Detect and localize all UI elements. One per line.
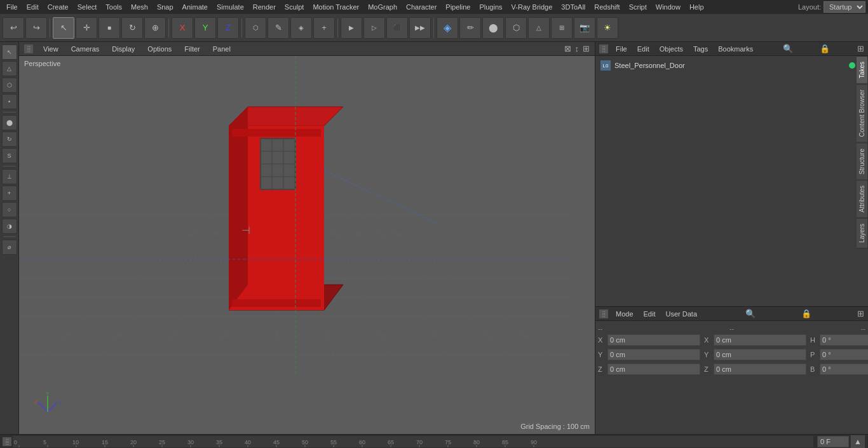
viewport-grip[interactable]: ⣿ xyxy=(24,44,33,53)
render-active-button[interactable]: ⬛ xyxy=(386,17,408,39)
menu-redshift[interactable]: Redshift xyxy=(590,2,623,12)
tab-layers[interactable]: Layers xyxy=(857,218,868,248)
layout-select[interactable]: Startup xyxy=(824,1,865,13)
scale-tool-button[interactable]: ■ xyxy=(98,17,120,39)
transform-tool-button[interactable]: ⊕ xyxy=(144,17,166,39)
objects-search-icon[interactable]: 🔍 xyxy=(783,44,793,53)
menu-help[interactable]: Help xyxy=(686,2,708,12)
z-pos-input[interactable] xyxy=(607,363,700,375)
viewport-menu-display[interactable]: Display xyxy=(109,44,137,54)
object-select-btn[interactable]: ↖ xyxy=(2,44,17,60)
attr-grip[interactable]: ⣿ xyxy=(599,309,608,318)
viewport-menu-cameras[interactable]: Cameras xyxy=(69,44,102,54)
menu-sculpt[interactable]: Sculpt xyxy=(281,2,308,12)
attr-lock-icon[interactable]: 🔒 xyxy=(801,309,811,318)
viewport-menu-filter[interactable]: Filter xyxy=(182,44,202,54)
objects-lock-icon[interactable]: 🔒 xyxy=(820,44,830,53)
object-row-door[interactable]: L0 Steel_Personnel_Door xyxy=(598,58,865,72)
render-all-button[interactable]: ▶▶ xyxy=(409,17,431,39)
attr-expand-icon[interactable]: ⊞ xyxy=(857,309,864,318)
viewport[interactable]: ⣿ View Cameras Display Options Filter Pa… xyxy=(19,42,595,434)
select-tool-button[interactable]: ↖ xyxy=(53,17,74,39)
tweak-mode-btn[interactable]: ⬤ xyxy=(2,115,17,130)
b-input[interactable] xyxy=(820,363,868,375)
tab-attributes[interactable]: Attributes xyxy=(857,180,868,218)
polygon-button[interactable]: △ xyxy=(528,17,550,39)
timeline-grip[interactable]: ⣿ xyxy=(3,437,11,446)
uv-btn[interactable]: S xyxy=(2,148,17,163)
menu-plugins[interactable]: Plugins xyxy=(475,2,506,12)
undo-button[interactable]: ↩ xyxy=(3,17,24,39)
menu-vray[interactable]: V-Ray Bridge xyxy=(508,2,557,12)
attr-menu-mode[interactable]: Mode xyxy=(613,309,636,319)
move-tool-button[interactable]: ✛ xyxy=(76,17,97,39)
viewport-menu-view[interactable]: View xyxy=(41,44,61,54)
viewport-canvas[interactable]: ⊣ Perspective Grid Spacing : 100 cm X Z … xyxy=(19,56,595,434)
h-input[interactable] xyxy=(820,334,868,346)
current-frame-input[interactable] xyxy=(817,436,849,447)
rotate-tool-button[interactable]: ↻ xyxy=(121,17,143,39)
viewport-menu-panel[interactable]: Panel xyxy=(210,44,233,54)
menu-mesh[interactable]: Mesh xyxy=(127,2,152,12)
attr-menu-userdata[interactable]: User Data xyxy=(663,309,700,319)
paint-button[interactable]: ⬤ xyxy=(482,17,504,39)
attr-search-icon[interactable]: 🔍 xyxy=(745,309,756,318)
viewport-expand-icon[interactable]: ⊠ xyxy=(564,44,571,53)
objects-menu-objects[interactable]: Objects xyxy=(657,44,686,54)
menu-mograph[interactable]: MoGraph xyxy=(364,2,401,12)
menu-simulate[interactable]: Simulate xyxy=(213,2,248,12)
y-axis-button[interactable]: Y xyxy=(194,17,216,39)
viewport-menu-options[interactable]: Options xyxy=(145,44,174,54)
rotate-left-btn[interactable]: ↻ xyxy=(2,132,17,147)
menu-render[interactable]: Render xyxy=(249,2,280,12)
magnet-button[interactable]: ⬡ xyxy=(505,17,527,39)
menu-animate[interactable]: Animate xyxy=(179,2,212,12)
objects-menu-bookmarks[interactable]: Bookmarks xyxy=(715,44,756,54)
light-button[interactable]: ☀ xyxy=(597,17,618,39)
y-pos-input[interactable] xyxy=(607,349,700,360)
grid-button[interactable]: ⊞ xyxy=(551,17,573,39)
edge-mode-btn[interactable]: ⬡ xyxy=(2,78,17,93)
tab-content-browser[interactable]: Content Browser xyxy=(857,84,868,142)
tab-takes[interactable]: Takes xyxy=(857,56,868,84)
menu-edit[interactable]: Edit xyxy=(23,2,43,12)
object-mode-button[interactable]: ⬡ xyxy=(245,17,266,39)
z-rot-input[interactable] xyxy=(714,363,806,375)
menu-pipeline[interactable]: Pipeline xyxy=(442,2,474,12)
menu-script[interactable]: Script xyxy=(625,2,651,12)
x-rot-input[interactable] xyxy=(714,334,806,346)
camera-button[interactable]: 📷 xyxy=(574,17,595,39)
texture-mode-button[interactable]: ◈ xyxy=(290,17,312,39)
tool-2-btn[interactable]: + xyxy=(2,186,17,201)
redo-button[interactable]: ↪ xyxy=(25,17,47,39)
objects-expand-icon[interactable]: ⊞ xyxy=(857,44,864,53)
menu-file[interactable]: File xyxy=(3,2,22,12)
y-rot-input[interactable] xyxy=(714,349,806,360)
deform-btn[interactable]: ⌀ xyxy=(2,240,17,255)
point-mode-btn[interactable]: • xyxy=(2,94,17,109)
perspective-view-button[interactable]: ◈ xyxy=(437,17,458,39)
menu-character[interactable]: Character xyxy=(402,2,440,12)
viewport-arrow-icon[interactable]: ↕ xyxy=(575,44,580,53)
add-mode-button[interactable]: + xyxy=(313,17,335,39)
objects-menu-tags[interactable]: Tags xyxy=(691,44,710,54)
menu-tools[interactable]: Tools xyxy=(102,2,126,12)
objects-menu-file[interactable]: File xyxy=(613,44,630,54)
render-region-button[interactable]: ▷ xyxy=(363,17,385,39)
viewport-settings-icon[interactable]: ⊞ xyxy=(583,44,590,53)
render-view-button[interactable]: ▶ xyxy=(341,17,362,39)
z-axis-button[interactable]: Z xyxy=(217,17,239,39)
x-pos-input[interactable] xyxy=(607,334,700,346)
menu-window[interactable]: Window xyxy=(652,2,684,12)
model-mode-button[interactable]: ✎ xyxy=(268,17,289,39)
objects-grip[interactable]: ⣿ xyxy=(599,44,608,53)
menu-select[interactable]: Select xyxy=(74,2,101,12)
menu-snap[interactable]: Snap xyxy=(153,2,177,12)
objects-menu-edit[interactable]: Edit xyxy=(635,44,652,54)
menu-create[interactable]: Create xyxy=(44,2,72,12)
menu-3dtoall[interactable]: 3DToAll xyxy=(557,2,589,12)
polygon-mode-btn[interactable]: △ xyxy=(2,61,17,76)
tool-4-btn[interactable]: ◑ xyxy=(2,219,17,234)
p-input[interactable] xyxy=(820,349,868,360)
tool-1-btn[interactable]: ⊥ xyxy=(2,169,17,184)
